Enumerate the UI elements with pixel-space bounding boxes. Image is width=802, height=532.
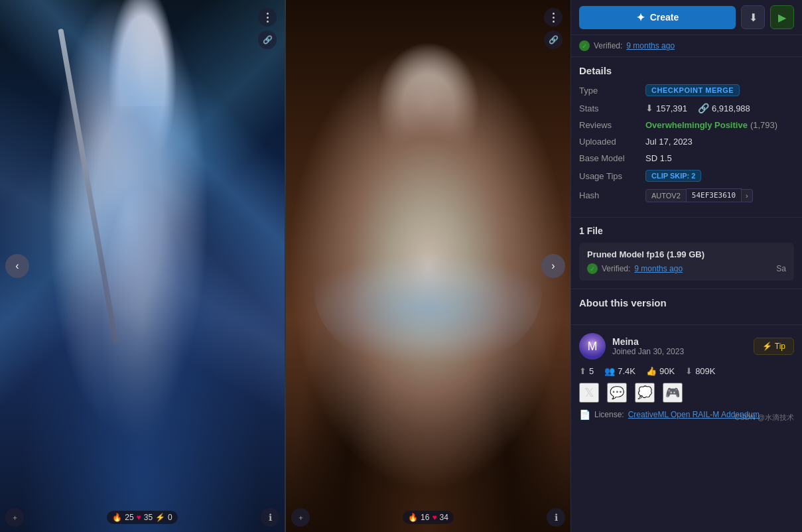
about-title: About this version bbox=[579, 297, 794, 308]
verified-row: ✓ Verified: 9 months ago bbox=[571, 35, 802, 57]
base-model-label: Base Model bbox=[579, 153, 645, 163]
details-title: Details bbox=[579, 65, 794, 76]
gallery-next-button[interactable]: › bbox=[541, 254, 565, 278]
likes-stat-icon: 👍 bbox=[646, 366, 657, 376]
right-heart-count: 34 bbox=[440, 513, 448, 522]
uploaded-row: Uploaded Jul 17, 2023 bbox=[579, 137, 794, 147]
hash-container: AUTOV2 54EF3E3610 › bbox=[645, 188, 753, 202]
links-stat: 🔗 6,918,988 bbox=[698, 103, 750, 113]
reviews-label: Reviews bbox=[579, 120, 645, 130]
left-panel-bottom-bar: ＋ 🔥 25 ♥ 35 ⚡ 0 ℹ bbox=[5, 508, 279, 527]
hash-arrow-button[interactable]: › bbox=[742, 189, 753, 202]
bolt-count: 0 bbox=[168, 513, 172, 522]
left-link-icon-button[interactable]: 🔗 bbox=[258, 31, 277, 49]
right-link-icon-button[interactable]: 🔗 bbox=[544, 31, 563, 49]
heart-icon: ♥ bbox=[137, 513, 141, 522]
heart-count: 35 bbox=[144, 513, 153, 522]
downloads-stat: ⬇ 157,391 bbox=[645, 103, 687, 113]
about-section: About this version bbox=[571, 289, 802, 325]
verified-time-link[interactable]: 9 months ago bbox=[626, 41, 675, 50]
stats-values: ⬇ 157,391 🔗 6,918,988 bbox=[645, 103, 750, 113]
downloads-value: 157,391 bbox=[656, 103, 687, 113]
dot2 bbox=[267, 17, 269, 19]
author-stats: ⬆ 5 👥 7.4K 👍 90K ⬇ 809K bbox=[579, 366, 794, 376]
fire-count: 25 bbox=[125, 513, 133, 522]
bubble-icon: 💬 bbox=[610, 385, 624, 400]
download-stat-icon: ⬇ bbox=[645, 103, 653, 113]
fire-icon: 🔥 bbox=[112, 513, 122, 522]
chevron-left-icon: ‹ bbox=[15, 260, 19, 272]
tip-label: Tip bbox=[775, 342, 785, 351]
chat-button[interactable]: 💭 bbox=[635, 383, 655, 403]
hash-label: Hash bbox=[579, 190, 645, 200]
left-bottom-icons: ＋ bbox=[5, 508, 24, 527]
link-stat-icon: 🔗 bbox=[698, 103, 709, 113]
right-heart-icon: ♥ bbox=[432, 513, 436, 522]
right-stat-badge: 🔥 16 ♥ 34 bbox=[403, 511, 454, 524]
left-info-button[interactable]: ℹ bbox=[261, 508, 279, 527]
author-name[interactable]: Meina bbox=[612, 336, 684, 347]
twitter-x-button[interactable]: 𝕏 bbox=[579, 383, 599, 403]
sidebar: ✦ Create ⬇ ▶ ✓ Verified: 9 months ago De… bbox=[570, 0, 802, 532]
left-panel-menu-button[interactable] bbox=[258, 8, 277, 27]
right-info-button[interactable]: ℹ bbox=[547, 508, 565, 527]
author-avatar[interactable]: M bbox=[579, 333, 606, 360]
author-downloads-stat: ⬇ 809K bbox=[685, 366, 715, 376]
stats-label: Stats bbox=[579, 103, 645, 113]
file-item: Pruned Model fp16 (1.99 GB) ✓ Verified: … bbox=[579, 243, 794, 281]
dot6 bbox=[553, 21, 555, 23]
play-icon: ▶ bbox=[778, 11, 786, 24]
verified-icon: ✓ bbox=[579, 40, 590, 51]
uploaded-label: Uploaded bbox=[579, 137, 645, 147]
uploads-stat: ⬆ 5 bbox=[579, 366, 594, 376]
uploaded-value: Jul 17, 2023 bbox=[645, 137, 794, 147]
play-button[interactable]: ▶ bbox=[770, 5, 794, 29]
upload-stat-icon: ⬆ bbox=[579, 366, 586, 376]
type-label: Type bbox=[579, 86, 645, 96]
tip-button[interactable]: ⚡ Tip bbox=[754, 338, 794, 355]
followers-stat-icon: 👥 bbox=[604, 366, 615, 376]
likes-stat: 👍 90K bbox=[646, 366, 675, 376]
license-prefix: License: bbox=[594, 410, 624, 419]
right-add-button[interactable]: ＋ bbox=[291, 508, 310, 527]
discord-button[interactable]: 🎮 bbox=[663, 383, 683, 403]
file-section-header: 1 File bbox=[579, 226, 794, 236]
gallery-area: 🔗 ‹ ＋ 🔥 25 ♥ 35 ⚡ 0 ℹ bbox=[0, 0, 570, 532]
right-bottom-icons: ＋ bbox=[291, 508, 310, 527]
usage-tips-label: Usage Tips bbox=[579, 171, 645, 181]
left-image-panel: 🔗 ‹ ＋ 🔥 25 ♥ 35 ⚡ 0 ℹ bbox=[0, 0, 285, 532]
tip-icon: ⚡ bbox=[762, 342, 772, 351]
dot3 bbox=[267, 21, 269, 23]
followers-value: 7.4K bbox=[618, 366, 635, 376]
stats-row: Stats ⬇ 157,391 🔗 6,918,988 bbox=[579, 103, 794, 113]
author-downloads-value: 809K bbox=[695, 366, 715, 376]
chat-icon: 💭 bbox=[637, 385, 652, 400]
right-panel-menu-button[interactable] bbox=[544, 8, 563, 27]
left-image-bg bbox=[0, 0, 285, 532]
gallery-prev-button[interactable]: ‹ bbox=[5, 254, 29, 278]
bubble-button[interactable]: 💬 bbox=[607, 383, 627, 403]
file-verified-time[interactable]: 9 months ago bbox=[634, 264, 683, 273]
right-fire-icon: 🔥 bbox=[408, 513, 418, 522]
reviews-row: Reviews Overwhelmingly Positive (1,793) bbox=[579, 120, 794, 130]
followers-stat: 👥 7.4K bbox=[604, 366, 635, 376]
left-add-button[interactable]: ＋ bbox=[5, 508, 24, 527]
type-badge: CHECKPOINT MERGE bbox=[645, 84, 740, 96]
file-safe-label: Sa bbox=[776, 264, 786, 273]
right-image-bg bbox=[286, 0, 570, 532]
verified-label: Verified: bbox=[594, 41, 622, 50]
download-icon: ⬇ bbox=[749, 11, 758, 24]
type-row: Type CHECKPOINT MERGE bbox=[579, 84, 794, 96]
action-bar: ✦ Create ⬇ ▶ bbox=[571, 0, 802, 35]
download-button[interactable]: ⬇ bbox=[741, 5, 765, 29]
clip-skip-badge: CLIP SKIP: 2 bbox=[645, 170, 701, 182]
reviews-sentiment[interactable]: Overwhelmingly Positive bbox=[645, 120, 748, 130]
base-model-value: SD 1.5 bbox=[645, 153, 794, 163]
file-name: Pruned Model fp16 (1.99 GB) bbox=[587, 249, 786, 259]
dot4 bbox=[553, 13, 555, 15]
hash-row: Hash AUTOV2 54EF3E3610 › bbox=[579, 188, 794, 202]
base-model-row: Base Model SD 1.5 bbox=[579, 153, 794, 163]
file-verified-left: ✓ Verified: 9 months ago bbox=[587, 263, 683, 274]
likes-value: 90K bbox=[659, 366, 675, 376]
create-button[interactable]: ✦ Create bbox=[579, 6, 736, 29]
